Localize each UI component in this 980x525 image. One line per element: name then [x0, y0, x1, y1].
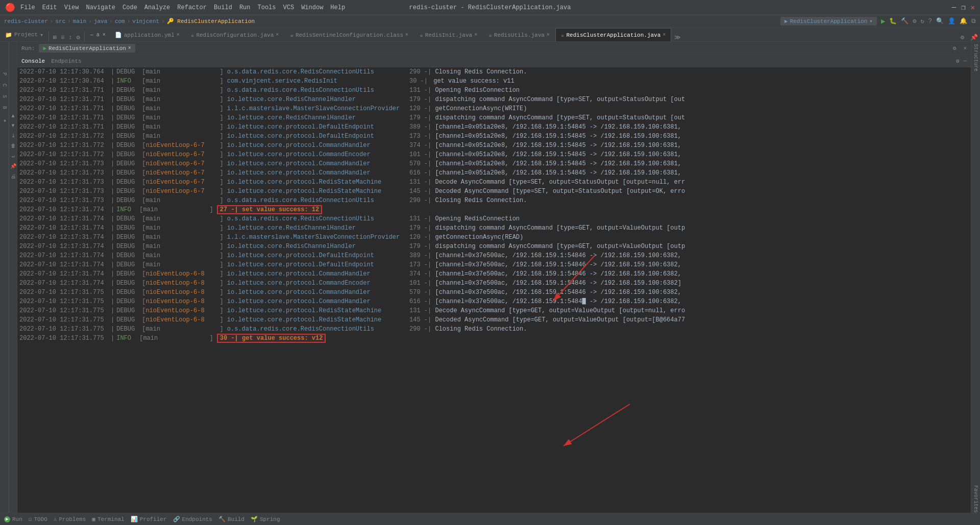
- breadcrumb-part[interactable]: src: [55, 18, 65, 24]
- menu-tools[interactable]: Tools: [258, 4, 276, 11]
- minimize-button[interactable]: —: [952, 3, 956, 12]
- run-tab-close[interactable]: ×: [128, 45, 131, 51]
- structure-right-icon[interactable]: Structure: [973, 44, 978, 71]
- console-close-icon[interactable]: ×: [963, 45, 967, 52]
- log-bracket-close: ]: [219, 96, 223, 103]
- console-close-btn[interactable]: —: [963, 58, 967, 64]
- log-lineno: 570 -|: [409, 160, 431, 167]
- project-toggle[interactable]: 📁 Project ▾: [2, 28, 46, 41]
- tab-close[interactable]: ×: [663, 32, 666, 38]
- sidebar-icon-project[interactable]: P: [2, 72, 7, 76]
- console-tab-endpoints[interactable]: Endpoints: [51, 58, 81, 64]
- menu-window[interactable]: Window: [301, 4, 323, 11]
- spring-btn[interactable]: 🌱 Spring: [251, 516, 280, 522]
- window-restore-icon[interactable]: ⧉: [971, 18, 976, 25]
- breadcrumb-part[interactable]: java: [94, 18, 107, 24]
- debug-button[interactable]: 🐛: [889, 17, 897, 25]
- settings-tab-icon[interactable]: ⚙: [74, 34, 82, 41]
- breadcrumb-part[interactable]: redis-cluster: [4, 18, 48, 24]
- menu-view[interactable]: View: [64, 4, 79, 11]
- user-icon[interactable]: 👤: [948, 17, 955, 25]
- log-class: io.lettuce.core.protocol.CommandHandler: [227, 160, 406, 167]
- pin-icon[interactable]: 📌: [968, 34, 980, 41]
- tab-icon: ☕: [561, 32, 565, 38]
- breadcrumb-part[interactable]: 🔑 RedisClusterApplication: [167, 18, 255, 24]
- run-button[interactable]: ▶: [881, 17, 885, 26]
- tab-close[interactable]: ×: [405, 32, 408, 38]
- run-dropdown[interactable]: ▶ RedisClusterApplication ▾: [780, 17, 877, 26]
- build-button[interactable]: 🔨: [901, 17, 909, 25]
- menu-refactor[interactable]: Refactor: [177, 4, 207, 11]
- maximize-button[interactable]: ❐: [961, 3, 965, 12]
- scroll-bottom-btn[interactable]: ⤓: [11, 133, 15, 139]
- tab-sentinel-config[interactable]: ☕ RedisSentinelConfiguration.class ×: [284, 28, 414, 41]
- scroll-up-btn[interactable]: ▲: [11, 113, 14, 119]
- sidebar-icon-bookmarks[interactable]: B: [2, 106, 7, 109]
- sidebar-icon-structure[interactable]: S: [2, 95, 7, 98]
- sidebar-icon-favorites[interactable]: ★: [2, 117, 7, 123]
- tab-redis-utils[interactable]: ☕ RedisUtils.java ×: [483, 28, 555, 41]
- sidebar-icon-commit[interactable]: C: [2, 84, 7, 87]
- help-icon[interactable]: ?: [928, 18, 932, 25]
- run-tab[interactable]: ▶ RedisClusterApplication ×: [39, 44, 135, 53]
- log-msg: get value success: v11: [433, 78, 514, 85]
- favorites-icon[interactable]: Favorites: [973, 485, 978, 513]
- log-lines[interactable]: 2022-07-10 12:17:30.764 | DEBUG [ main ]…: [17, 67, 971, 513]
- tab-close[interactable]: ×: [474, 32, 477, 38]
- menu-edit[interactable]: Edit: [42, 4, 57, 11]
- tab-close[interactable]: ×: [547, 32, 550, 38]
- clear-console-btn[interactable]: 🗑: [11, 143, 16, 149]
- run-bar: Run: ▶ RedisClusterApplication × ⚙ ×: [17, 42, 971, 55]
- menu-code[interactable]: Code: [122, 4, 137, 11]
- tab-redis-cluster-app[interactable]: ☕ RedisClusterApplication.java ×: [555, 28, 671, 41]
- todo-btn[interactable]: ☑ TODO: [29, 516, 47, 522]
- scroll-down-btn[interactable]: ▼: [11, 123, 14, 129]
- structure-icon[interactable]: ⊞: [51, 34, 59, 41]
- settings-button[interactable]: ⚙: [913, 17, 916, 25]
- log-timestamp: 2022-07-10 12:17:31.774: [19, 252, 109, 259]
- log-sep: |: [109, 142, 116, 149]
- pin-console-btn[interactable]: 📌: [10, 163, 16, 169]
- tab-separator: [48, 32, 49, 41]
- close-all-icon[interactable]: ⚙: [957, 34, 968, 41]
- search-icon[interactable]: 🔍: [936, 17, 944, 25]
- tab-a[interactable]: — a ×: [87, 28, 109, 41]
- problems-btn[interactable]: ⚠ Problems: [54, 516, 86, 522]
- tab-application-yml[interactable]: 📄 application.yml ×: [109, 28, 185, 41]
- close-button[interactable]: ✕: [971, 3, 975, 12]
- align-icon[interactable]: ≡: [59, 34, 66, 41]
- menu-help[interactable]: Help: [330, 4, 345, 11]
- menu-file[interactable]: File: [20, 4, 35, 11]
- breadcrumb-part[interactable]: main: [73, 18, 86, 24]
- menu-vcs[interactable]: VCS: [283, 4, 295, 11]
- breadcrumb-part[interactable]: com: [115, 18, 125, 24]
- log-msg: [channel=0x37e500ac, /192.168.159.1:5484…: [435, 280, 681, 287]
- console-tab-console[interactable]: Console: [21, 58, 45, 64]
- tab-close[interactable]: ×: [177, 32, 180, 38]
- menu-run[interactable]: Run: [239, 4, 251, 11]
- print-btn[interactable]: 🖨: [11, 173, 16, 180]
- run-bottom-btn[interactable]: ▶ Run: [4, 516, 22, 522]
- log-sep: |: [109, 215, 116, 222]
- tab-close[interactable]: ×: [276, 32, 279, 38]
- terminal-btn[interactable]: ▣ Terminal: [92, 516, 124, 522]
- notification-icon[interactable]: 🔔: [960, 17, 967, 25]
- console-settings-icon[interactable]: ⚙: [953, 45, 957, 52]
- profiler-btn[interactable]: 📊 Profiler: [131, 516, 167, 522]
- console-settings-btn[interactable]: ⚙: [956, 58, 960, 64]
- endpoints-btn[interactable]: 🔗 Endpoints: [173, 516, 212, 522]
- more-tabs-icon[interactable]: ≫: [671, 34, 684, 41]
- log-thread: main: [145, 133, 219, 140]
- tab-redis-configuration[interactable]: ☕ RedisConfiguration.java ×: [185, 28, 284, 41]
- log-level: DEBUG: [116, 215, 142, 222]
- menu-analyze[interactable]: Analyze: [144, 4, 170, 11]
- word-wrap-btn[interactable]: ↵: [11, 153, 14, 159]
- menu-build[interactable]: Build: [214, 4, 232, 11]
- breadcrumb-part[interactable]: vinjcent: [132, 18, 159, 24]
- build-btn[interactable]: 🔨 Build: [218, 516, 244, 522]
- update-button[interactable]: ↻: [921, 17, 924, 25]
- breadcrumb: redis-cluster › src › main › java › com …: [0, 15, 980, 28]
- sort-icon[interactable]: ↕: [66, 34, 74, 41]
- tab-redis-init[interactable]: ☕ RedisInit.java ×: [414, 28, 483, 41]
- menu-navigate[interactable]: Navigate: [86, 4, 115, 11]
